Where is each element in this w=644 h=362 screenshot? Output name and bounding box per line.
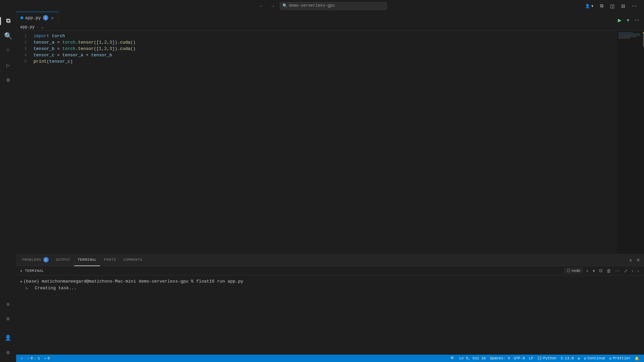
status-spaces[interactable]: Spaces: 4	[488, 355, 512, 362]
terminal-dropdown-button[interactable]: ▾	[592, 267, 596, 275]
remote-icon: ⚡	[21, 356, 23, 361]
tab-terminal[interactable]: TERMINAL	[74, 254, 100, 266]
run-dropdown-button[interactable]: ▾	[625, 17, 631, 23]
status-eol[interactable]: LF	[527, 355, 535, 362]
search-icon: 🔍	[4, 32, 12, 40]
terminal-content[interactable]: ● (base) matichonmaneegard@matichons-Mac…	[16, 276, 644, 355]
notification-icon: ⊕	[578, 356, 580, 361]
status-prettier[interactable]: ⊘ Prettier	[607, 355, 633, 362]
status-language[interactable]: {} Python	[535, 355, 558, 362]
status-bell[interactable]: 🔔	[633, 355, 641, 362]
terminal-arrow: ↳	[20, 285, 28, 292]
status-remote-icon[interactable]: ⌁ 0	[42, 355, 52, 362]
terminal-header: ∨ TERMINAL ⬡ node + ▾ ⧉ 🗑 ⋯ ⤢ ‹ ›	[16, 266, 644, 276]
panel: PROBLEMS 1 OUTPUT TERMINAL PORTS COMMENT…	[16, 254, 644, 355]
status-search[interactable]: 🔍	[448, 355, 457, 362]
breadcrumb-more[interactable]: …	[41, 25, 43, 29]
tab-close-button[interactable]: ✕	[50, 14, 54, 21]
encoding-label: UTF-8	[514, 356, 525, 360]
layout-button[interactable]: ⊟	[619, 3, 627, 9]
minimap-content	[619, 32, 643, 39]
panel-close-button[interactable]: ✕	[635, 256, 641, 264]
run-debug-icon: ▷	[6, 62, 10, 69]
code-editor[interactable]: 1 2 3 4 5 import torch tensor_a = torch.…	[16, 31, 644, 254]
title-bar: ← → 🔍 demo-serverless-gpu 👤 ▾ ⧉ ◫ ⊟ ⋯	[0, 0, 644, 12]
title-bar-nav: ← → 🔍 demo-serverless-gpu	[257, 2, 387, 10]
sidebar-item-account[interactable]: 👤	[1, 331, 15, 345]
extensions-icon: ⊞	[6, 77, 10, 83]
code-content[interactable]: import torch tensor_a = torch.tensor([1,…	[30, 31, 617, 254]
maximize-terminal-button[interactable]: ⤢	[623, 267, 629, 275]
panel-tabs-right: ∧ ✕	[628, 256, 641, 264]
code-line-5: print(tensor_c)	[34, 58, 617, 65]
problems-badge: 1	[43, 257, 49, 262]
keyword-import: import	[34, 33, 52, 39]
status-remote[interactable]: ⚡	[19, 355, 25, 362]
panel-maximize-button[interactable]: ∧	[628, 256, 633, 264]
kill-terminal-button[interactable]: 🗑	[605, 267, 612, 275]
sidebar-item-extensions[interactable]: ⊞	[1, 73, 15, 87]
language-bracket: {}	[537, 356, 542, 360]
breadcrumb: app.py › …	[16, 23, 644, 31]
node-icon: ⬡	[567, 268, 570, 273]
status-continue[interactable]: ⊘ Continue	[582, 355, 607, 362]
tab-comments[interactable]: COMMENTS	[120, 254, 146, 266]
status-encoding[interactable]: UTF-8	[512, 355, 527, 362]
toggle-sidebar-button[interactable]: ◫	[608, 3, 616, 9]
tab-output[interactable]: OUTPUT	[53, 254, 74, 266]
sidebar-item-remote[interactable]: ⊙	[1, 298, 15, 311]
version-label: 3.13.0	[560, 356, 574, 360]
prettier-label: Prettier	[613, 356, 631, 360]
nav-back-button[interactable]: ←	[257, 3, 266, 9]
problems-label: PROBLEMS	[22, 258, 41, 262]
split-editor-button[interactable]: ⧉	[598, 2, 605, 9]
terminal-nav-prev[interactable]: ‹	[631, 267, 635, 275]
terminal-nav-next[interactable]: ›	[636, 267, 640, 275]
var-tensor-a: tensor_a	[34, 39, 54, 46]
command-palette[interactable]: demo-serverless-gpu	[280, 2, 387, 10]
tab-ports[interactable]: PORTS	[101, 254, 119, 266]
split-terminal-button[interactable]: ⧉	[598, 267, 603, 275]
warning-count: 1	[38, 356, 40, 360]
terminal-collapse-icon[interactable]: ∨	[20, 269, 22, 273]
comments-label: COMMENTS	[123, 258, 143, 262]
more-actions-button[interactable]: ⋯	[630, 3, 639, 9]
line-num-2: 2	[16, 39, 27, 46]
code-line-4: tensor_c = tensor_a + tensor_b	[34, 52, 617, 58]
minimap	[617, 31, 644, 254]
code-line-3: tensor_b = torch.tensor([1,2,3]).cuda()	[34, 46, 617, 52]
tab-app-py[interactable]: app.py 1 ✕	[16, 12, 59, 23]
tab-problems[interactable]: PROBLEMS 1	[19, 254, 52, 266]
node-badge: ⬡ node	[565, 268, 583, 274]
new-terminal-button[interactable]: +	[585, 267, 589, 275]
status-position[interactable]: Ln 5, Col 16	[457, 355, 488, 362]
terminal-label: TERMINAL	[77, 258, 97, 262]
profile-button[interactable]: 👤 ▾	[583, 3, 595, 9]
tab-filename: app.py	[25, 15, 41, 20]
status-version[interactable]: 3.13.0	[558, 355, 576, 362]
run-button[interactable]: ▶	[616, 17, 624, 23]
status-errors[interactable]: ✕ 0 ⚠ 1	[25, 355, 42, 362]
var-tensor-c: tensor_c	[34, 52, 54, 58]
terminal-prompt-text: (base) matichonmaneegard@matichons-Mac-m…	[23, 278, 243, 285]
sidebar-item-settings[interactable]: ⚙	[1, 346, 15, 359]
remote-icon: ⊙	[6, 301, 10, 308]
sidebar-item-run-debug[interactable]: ▷	[1, 59, 15, 72]
terminal-output: Creating task...	[30, 285, 77, 292]
editor-more-button[interactable]: ⋯	[633, 17, 641, 23]
tabs-bar: app.py 1 ✕ ▶ ▾ ⋯	[16, 12, 644, 23]
line-numbers: 1 2 3 4 5	[16, 31, 30, 254]
error-count: 0	[31, 356, 33, 360]
code-line-1: import torch	[34, 33, 617, 39]
sidebar-item-explorer[interactable]: ⧉	[1, 14, 15, 28]
bell-icon: 🔔	[635, 356, 639, 361]
sidebar-item-search[interactable]: 🔍	[1, 29, 15, 43]
sidebar-item-source-control[interactable]: ⑂	[1, 44, 15, 57]
nav-forward-button[interactable]: →	[268, 3, 277, 9]
status-notification-icon[interactable]: ⊕	[576, 355, 582, 362]
breadcrumb-file[interactable]: app.py	[20, 25, 35, 29]
sidebar-item-layers[interactable]: ≡	[1, 312, 15, 326]
cursor-position: Ln 5, Col 16	[459, 356, 486, 360]
status-bar: ⚡ ✕ 0 ⚠ 1 ⌁ 0 🔍 Ln 5, Col 16 Space	[16, 355, 644, 362]
terminal-more-button[interactable]: ⋯	[614, 267, 621, 275]
